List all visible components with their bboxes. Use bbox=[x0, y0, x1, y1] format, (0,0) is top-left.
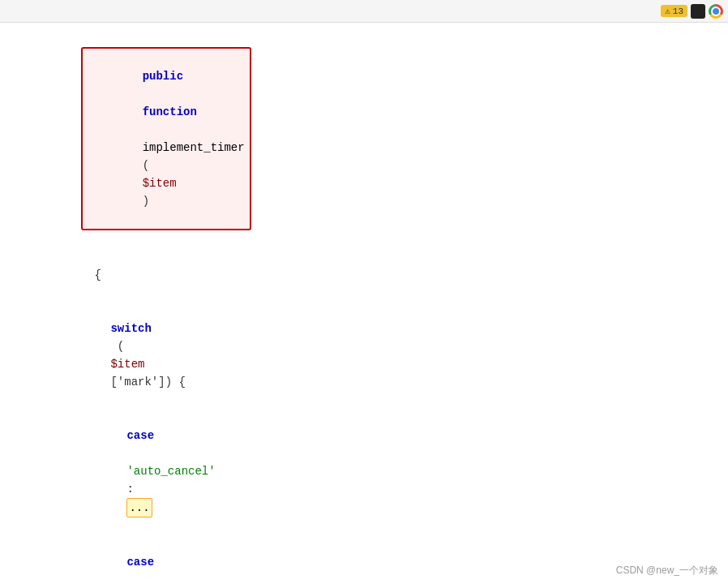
code-line-4: case 'auto_cancel' : ... bbox=[0, 409, 728, 535]
watermark: CSDN @new_一个对象 bbox=[616, 564, 718, 578]
code-content: case 'auto_cancel' : ... bbox=[37, 409, 728, 535]
code-line-2: { bbox=[0, 248, 728, 302]
keyword-public: public bbox=[143, 70, 183, 83]
browser-icons bbox=[691, 4, 723, 19]
code-line-3: switch ( $item ['mark']) { bbox=[0, 302, 728, 409]
chrome-icon bbox=[709, 4, 723, 19]
top-bar: ⚠ 13 bbox=[0, 0, 728, 23]
warning-count: 13 bbox=[673, 6, 683, 16]
code-content: switch ( $item ['mark']) { bbox=[37, 302, 728, 409]
code-content: { bbox=[37, 248, 728, 302]
code-content: public function implement_timer ( $item … bbox=[37, 29, 728, 248]
warning-badge: ⚠ 13 bbox=[661, 5, 687, 17]
function-name: implement_timer bbox=[143, 141, 245, 154]
param-item: $item bbox=[143, 177, 177, 190]
dark-browser-icon bbox=[691, 4, 705, 19]
function-header-highlight: public function implement_timer ( $item … bbox=[81, 47, 251, 230]
keyword-function: function bbox=[143, 105, 197, 118]
warning-icon: ⚠ bbox=[665, 6, 670, 16]
code-line-1: public function implement_timer ( $item … bbox=[0, 29, 728, 248]
code-editor: ⚠ 13 public function implement_timer ( $… bbox=[0, 0, 728, 584]
